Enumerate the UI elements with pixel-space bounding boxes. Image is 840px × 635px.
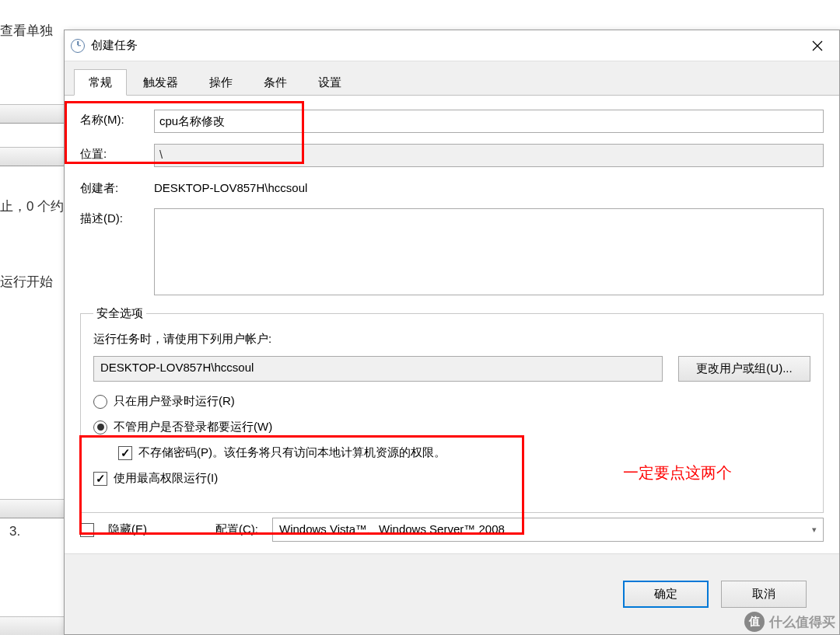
checkbox-no-store-password-label: 不存储密码(P)。该任务将只有访问本地计算机资源的权限。 (138, 445, 446, 460)
chevron-down-icon: ▾ (812, 525, 817, 535)
author-label: 创建者: (80, 178, 154, 196)
user-account-box: DESKTOP-LOV857H\hccsoul (93, 356, 663, 382)
tab-general[interactable]: 常规 (74, 69, 127, 96)
radio-run-logged-in[interactable] (93, 395, 107, 409)
radio-run-regardless-label: 不管用户是否登录都要运行(W) (114, 420, 272, 434)
clock-icon (71, 39, 85, 53)
tab-conditions[interactable]: 条件 (249, 69, 302, 95)
cancel-button[interactable]: 取消 (721, 581, 807, 608)
change-user-button[interactable]: 更改用户或组(U)... (678, 356, 810, 382)
close-button[interactable] (802, 34, 833, 58)
description-label: 描述(D): (80, 208, 154, 226)
name-label: 名称(M): (80, 110, 154, 127)
description-input[interactable] (154, 208, 824, 295)
bg-text: 3. (9, 524, 20, 539)
checkbox-no-store-password[interactable] (118, 446, 132, 460)
tab-actions[interactable]: 操作 (194, 69, 247, 95)
bg-text: 查看单独 (0, 22, 53, 40)
config-label: 配置(C): (215, 522, 258, 537)
ok-button[interactable]: 确定 (623, 581, 709, 608)
name-input[interactable] (154, 110, 824, 133)
checkbox-highest-privileges-label: 使用最高权限运行(I) (114, 471, 218, 486)
radio-run-regardless[interactable] (93, 420, 107, 434)
annotation-note: 一定要点这两个 (623, 462, 732, 483)
tab-settings[interactable]: 设置 (303, 69, 356, 95)
bg-text: 运行开始 (0, 273, 53, 291)
checkbox-highest-privileges[interactable] (93, 472, 107, 486)
radio-run-logged-in-label: 只在用户登录时运行(R) (114, 394, 235, 409)
bg-text: 止，0 个约 (0, 197, 64, 215)
run-as-label: 运行任务时，请使用下列用户帐户: (93, 332, 810, 347)
watermark-text: 什么值得买 (769, 613, 835, 631)
location-label: 位置: (80, 144, 154, 162)
dialog-title: 创建任务 (91, 38, 138, 53)
dialog-titlebar: 创建任务 (65, 30, 839, 61)
config-select[interactable]: Windows Vista™、Windows Server™ 2008 ▾ (272, 518, 824, 542)
author-value: DESKTOP-LOV857H\hccsoul (154, 178, 824, 197)
watermark-icon: 值 (744, 612, 765, 632)
watermark: 值 什么值得买 (744, 612, 835, 632)
dialog-content: 名称(M): 位置: \ 创建者: DESKTOP-LOV857H\hccsou… (65, 96, 839, 591)
location-value: \ (154, 144, 824, 167)
tab-bar: 常规 触发器 操作 条件 设置 (65, 61, 839, 96)
close-icon (812, 40, 823, 51)
security-legend: 安全选项 (93, 306, 146, 321)
tab-triggers[interactable]: 触发器 (128, 69, 193, 95)
config-value: Windows Vista™、Windows Server™ 2008 (279, 522, 505, 537)
checkbox-hidden-label: 隐藏(E) (108, 522, 147, 537)
create-task-dialog: 创建任务 常规 触发器 操作 条件 设置 名称(M): 位置: \ 创建者: D… (64, 30, 840, 635)
checkbox-hidden[interactable] (80, 523, 94, 537)
